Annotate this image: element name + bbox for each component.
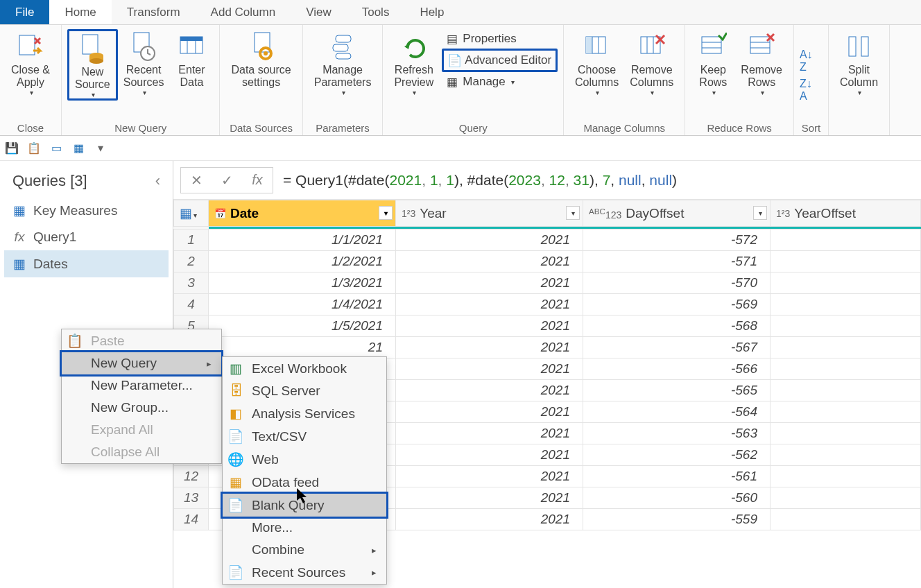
- remove-columns-button[interactable]: Remove Columns▾: [624, 29, 679, 96]
- column-filter-dayoffset[interactable]: ▾: [753, 206, 767, 220]
- cell-yearoffset[interactable]: [771, 358, 921, 380]
- qat-dropdown[interactable]: ▾: [94, 142, 107, 155]
- cell-year[interactable]: 2021: [396, 423, 583, 444]
- cell-yearoffset[interactable]: [771, 466, 921, 487]
- cell-year[interactable]: 2021: [396, 273, 583, 294]
- tab-help[interactable]: Help: [404, 0, 459, 24]
- advanced-editor-button[interactable]: 📄Advanced Editor: [442, 49, 558, 72]
- table-row[interactable]: 1 1/1/2021 2021 -572: [174, 230, 921, 251]
- sort-asc-button[interactable]: A↓Z: [800, 49, 813, 74]
- src-text-csv[interactable]: 📄Text/CSV: [223, 425, 386, 448]
- table-row[interactable]: 5 1/5/2021 2021 -568: [174, 315, 921, 337]
- qat-icon-2[interactable]: ▭: [50, 142, 62, 155]
- cell-dayoffset[interactable]: -560: [583, 487, 771, 509]
- query-item-query1[interactable]: fx Query1: [4, 224, 169, 250]
- cell-yearoffset[interactable]: [771, 487, 921, 509]
- manage-button[interactable]: ▦Manage▾: [442, 72, 558, 92]
- cell-dayoffset[interactable]: -571: [583, 251, 771, 273]
- src-sql[interactable]: 🗄SQL Server: [223, 380, 386, 402]
- cell-yearoffset[interactable]: [771, 337, 921, 358]
- cell-yearoffset[interactable]: [771, 273, 921, 294]
- cell-year[interactable]: 2021: [396, 487, 583, 509]
- table-row[interactable]: 3 1/3/2021 2021 -570: [174, 273, 921, 294]
- cell-year[interactable]: 2021: [396, 315, 583, 337]
- src-more[interactable]: More...: [223, 517, 386, 539]
- cell-year[interactable]: 2021: [396, 358, 583, 380]
- manage-parameters-button[interactable]: Manage Parameters▾: [309, 29, 377, 96]
- cell-dayoffset[interactable]: -559: [583, 509, 771, 530]
- cell-date[interactable]: 1/2/2021: [209, 251, 396, 273]
- src-web[interactable]: 🌐Web: [223, 448, 386, 471]
- cell-year[interactable]: 2021: [396, 230, 583, 251]
- cell-year[interactable]: 2021: [396, 337, 583, 358]
- src-excel[interactable]: ▥Excel Workbook: [223, 357, 386, 380]
- close-apply-button[interactable]: Close & Apply▾: [6, 29, 55, 96]
- column-header-date[interactable]: 📅Date▾: [209, 200, 396, 227]
- cell-date[interactable]: 21: [209, 337, 396, 358]
- new-source-button[interactable]: New Source▾: [67, 29, 118, 101]
- choose-columns-button[interactable]: Choose Columns▾: [569, 29, 624, 96]
- column-header-year[interactable]: 1²3Year▾: [396, 200, 583, 227]
- formula-text[interactable]: = Query1(#date(2021, 1, 1), #date(2023, …: [273, 172, 677, 189]
- cell-dayoffset[interactable]: -565: [583, 380, 771, 401]
- cell-year[interactable]: 2021: [396, 466, 583, 487]
- column-filter-date[interactable]: ▾: [379, 206, 393, 220]
- cell-year[interactable]: 2021: [396, 380, 583, 401]
- src-odata[interactable]: ▦OData feed: [223, 471, 386, 494]
- collapse-panel-icon[interactable]: ‹: [155, 172, 160, 190]
- tab-view[interactable]: View: [291, 0, 347, 24]
- cell-dayoffset[interactable]: -568: [583, 315, 771, 337]
- cell-dayoffset[interactable]: -562: [583, 444, 771, 466]
- table-row[interactable]: 4 1/4/2021 2021 -569: [174, 294, 921, 315]
- src-analysis-services[interactable]: ◧Analysis Services: [223, 402, 386, 425]
- query-item-dates[interactable]: ▦ Dates: [4, 250, 169, 277]
- tab-home[interactable]: Home: [49, 0, 111, 24]
- cell-yearoffset[interactable]: [771, 230, 921, 251]
- cell-date[interactable]: 1/3/2021: [209, 273, 396, 294]
- ctx-new-group[interactable]: New Group...: [62, 397, 221, 419]
- data-source-settings-button[interactable]: Data source settings: [225, 29, 296, 89]
- cell-year[interactable]: 2021: [396, 294, 583, 315]
- cell-dayoffset[interactable]: -569: [583, 294, 771, 315]
- cell-date[interactable]: 1/4/2021: [209, 294, 396, 315]
- cell-dayoffset[interactable]: -564: [583, 401, 771, 423]
- cell-yearoffset[interactable]: [771, 401, 921, 423]
- column-header-yearoffset[interactable]: 1²3YearOffset: [771, 200, 921, 227]
- formula-fx-button[interactable]: fx: [242, 172, 273, 188]
- cell-dayoffset[interactable]: -567: [583, 337, 771, 358]
- save-icon[interactable]: 💾: [6, 142, 18, 155]
- tab-tools[interactable]: Tools: [347, 0, 405, 24]
- query-item-key-measures[interactable]: ▦ Key Measures: [4, 197, 169, 224]
- split-column-button[interactable]: Split Column▾: [834, 29, 884, 96]
- cell-dayoffset[interactable]: -572: [583, 230, 771, 251]
- ctx-new-query[interactable]: New Query▸: [60, 350, 223, 377]
- cell-yearoffset[interactable]: [771, 380, 921, 401]
- keep-rows-button[interactable]: Keep Rows▾: [691, 29, 735, 96]
- formula-accept-button[interactable]: ✓: [212, 172, 242, 189]
- cell-date[interactable]: 1/5/2021: [209, 315, 396, 337]
- cell-year[interactable]: 2021: [396, 444, 583, 466]
- cell-date[interactable]: 1/1/2021: [209, 230, 396, 251]
- refresh-preview-button[interactable]: Refresh Preview▾: [388, 29, 439, 96]
- properties-button[interactable]: ▤Properties: [442, 29, 558, 49]
- qat-icon-1[interactable]: 📋: [28, 142, 40, 155]
- cell-yearoffset[interactable]: [771, 294, 921, 315]
- tab-file[interactable]: File: [0, 0, 49, 24]
- formula-cancel-button[interactable]: ✕: [181, 172, 212, 189]
- cell-year[interactable]: 2021: [396, 401, 583, 423]
- enter-data-button[interactable]: Enter Data: [169, 29, 214, 89]
- column-filter-year[interactable]: ▾: [566, 206, 580, 220]
- tab-transform[interactable]: Transform: [112, 0, 196, 24]
- cell-yearoffset[interactable]: [771, 509, 921, 530]
- src-blank-query[interactable]: 📄Blank Query: [221, 492, 388, 519]
- cell-yearoffset[interactable]: [771, 315, 921, 337]
- table-row[interactable]: 6 21 2021 -567: [174, 337, 921, 358]
- cell-year[interactable]: 2021: [396, 251, 583, 273]
- corner-cell[interactable]: ▦▾: [174, 200, 209, 227]
- cell-dayoffset[interactable]: -566: [583, 358, 771, 380]
- sort-desc-button[interactable]: Z↓A: [800, 78, 812, 103]
- src-recent-sources[interactable]: 📄Recent Sources▸: [223, 561, 386, 584]
- column-header-dayoffset[interactable]: ABC123DayOffset▾: [583, 200, 771, 227]
- cell-year[interactable]: 2021: [396, 509, 583, 530]
- cell-yearoffset[interactable]: [771, 251, 921, 273]
